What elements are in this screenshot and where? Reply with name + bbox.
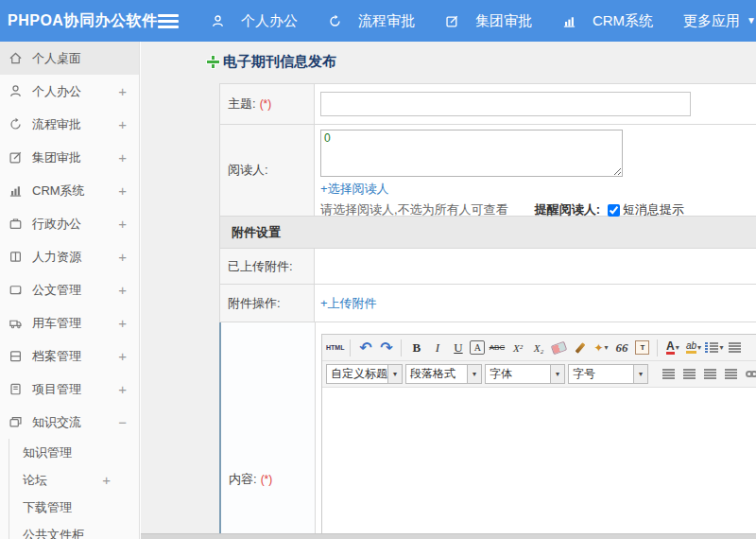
underline-button[interactable]: U — [449, 339, 467, 357]
sidebar-item-human-resources[interactable]: 人力资源 + — [0, 240, 139, 273]
redo-button[interactable]: ↷ — [377, 339, 395, 357]
font-size-select[interactable]: 字号▾ — [568, 364, 648, 384]
sidebar-item-archive-management[interactable]: 档案管理 + — [0, 339, 139, 373]
align-left-icon — [662, 369, 675, 379]
auto-typeset-button[interactable]: ✦▾ — [592, 339, 610, 357]
select-readers-link[interactable]: +选择阅读人 — [320, 182, 389, 196]
readers-textarea[interactable]: 0 — [320, 130, 623, 177]
sidebar-subitem-forum[interactable]: 论坛 + — [9, 466, 139, 494]
align-left-button[interactable] — [660, 365, 678, 384]
knowledge-exchange-submenu: 知识管理 论坛 + 下载管理 公共文件柜 — [9, 439, 139, 539]
caret-down-icon: ▾ — [604, 343, 608, 352]
subject-input[interactable] — [320, 92, 691, 116]
ordered-list-button[interactable]: ▾ — [705, 339, 723, 357]
expand-plus[interactable]: + — [118, 116, 139, 132]
strikethrough-button[interactable]: ABC — [488, 339, 506, 357]
sidebar-subitem-knowledge-management[interactable]: 知识管理 — [9, 439, 139, 466]
notebook-icon — [9, 382, 25, 396]
unordered-list-icon — [729, 342, 741, 353]
italic-button[interactable]: I — [428, 339, 446, 357]
expand-plus[interactable]: + — [118, 83, 139, 99]
align-center-button[interactable] — [680, 365, 698, 384]
link-icon — [746, 371, 756, 377]
required-mark: (*) — [261, 473, 273, 486]
sidebar-item-project-management[interactable]: 项目管理 + — [0, 373, 139, 406]
sidebar-subitem-public-file-cabinet[interactable]: 公共文件柜 — [9, 521, 139, 539]
highlight-color-button[interactable]: ab▾ — [684, 339, 702, 357]
sidebar-item-document-management[interactable]: 公文管理 + — [0, 273, 139, 306]
align-right-button[interactable] — [701, 365, 719, 384]
justify-button[interactable] — [722, 365, 740, 384]
home-icon — [9, 51, 25, 65]
eraser-icon — [551, 340, 568, 355]
sidebar-item-crm[interactable]: CRM系统 + — [0, 174, 139, 207]
insert-link-button[interactable] — [743, 365, 756, 384]
sms-notify-checkbox[interactable] — [608, 204, 620, 217]
expand-plus[interactable]: + — [102, 472, 139, 488]
horizontal-scrollbar[interactable] — [141, 533, 756, 539]
format-brush-button[interactable] — [571, 339, 589, 357]
paste-plain-button[interactable]: T — [633, 339, 651, 357]
expand-plus[interactable]: + — [118, 249, 139, 265]
collapse-minus[interactable]: − — [118, 414, 139, 430]
justify-icon — [725, 369, 737, 379]
sidebar-item-group-approval[interactable]: 集团审批 + — [0, 141, 139, 174]
expand-plus[interactable]: + — [118, 183, 139, 199]
font-style-button[interactable]: A — [470, 340, 485, 355]
expand-plus[interactable]: + — [118, 348, 139, 364]
editor-content-area[interactable] — [322, 388, 756, 539]
sidebar-subitem-download-management[interactable]: 下载管理 — [9, 494, 139, 521]
nav-item-workflow-approval[interactable]: 流程审批 — [328, 12, 415, 30]
content-row: 内容: (*) HTML ↶ ↷ B I U A — [219, 322, 756, 539]
chart-icon — [9, 183, 25, 198]
user-icon — [211, 14, 227, 28]
uploaded-attachments-label: 已上传附件: — [220, 249, 315, 284]
nav-item-crm[interactable]: CRM系统 — [562, 12, 653, 30]
html-source-button[interactable]: HTML — [326, 339, 344, 357]
sidebar-item-workflow-approval[interactable]: 流程审批 + — [0, 108, 139, 141]
editor-toolbar-row1: HTML ↶ ↷ B I U A ABC X² X₂ ✦ — [322, 335, 756, 361]
unordered-list-button[interactable] — [726, 339, 744, 357]
font-family-select[interactable]: 字体▾ — [485, 364, 565, 384]
app-title: PHPOA协同办公软件 — [0, 11, 158, 31]
paragraph-format-select[interactable]: 段落格式▾ — [405, 364, 482, 384]
sidebar-item-knowledge-exchange[interactable]: 知识交流 − — [0, 406, 139, 439]
page-title: 电子期刊信息发布 — [223, 53, 336, 71]
editor-toolbar-row2: 自定义标题▾ 段落格式▾ 字体▾ 字号▾ — [322, 361, 756, 388]
attachment-operation-row: 附件操作: +上传附件 — [219, 285, 756, 322]
font-color-button[interactable]: A▾ — [663, 339, 681, 357]
subscript-button[interactable]: X₂ — [529, 339, 547, 357]
expand-plus[interactable]: + — [118, 149, 139, 165]
hamburger-menu-icon[interactable] — [158, 14, 179, 28]
expand-plus[interactable]: + — [118, 216, 139, 232]
expand-plus[interactable]: + — [118, 381, 139, 397]
brush-icon — [576, 342, 586, 354]
sidebar-item-personal-office[interactable]: 个人办公 + — [0, 75, 139, 108]
sidebar-item-admin-office[interactable]: 行政办公 + — [0, 207, 139, 240]
sidebar-item-personal-desktop[interactable]: 个人桌面 — [0, 42, 139, 75]
expand-plus[interactable]: + — [118, 282, 139, 298]
truck-icon — [9, 316, 25, 330]
readers-label: 阅读人: — [220, 125, 315, 216]
uploaded-attachments-row: 已上传附件: — [219, 249, 756, 285]
required-mark: (*) — [260, 97, 272, 111]
history-icon — [9, 117, 25, 131]
expand-plus[interactable]: + — [118, 315, 139, 331]
history-icon — [328, 14, 344, 28]
superscript-button[interactable]: X² — [508, 339, 526, 357]
nav-label: CRM系统 — [593, 12, 653, 30]
blockquote-button[interactable]: 66 — [612, 339, 630, 357]
nav-item-personal-office[interactable]: 个人办公 — [211, 12, 298, 30]
heading-select[interactable]: 自定义标题▾ — [326, 364, 403, 384]
caret-down-icon: ▾ — [551, 364, 565, 384]
readers-row: 阅读人: 0 +选择阅读人 请选择阅读人,不选为所有人可查看 提醒阅读人: 短消… — [219, 125, 756, 217]
nav-item-more-apps[interactable]: 更多应用 ▼ — [683, 12, 756, 30]
bold-button[interactable]: B — [407, 339, 425, 357]
wand-icon: ✦ — [593, 341, 603, 355]
clipboard-icon: T — [635, 340, 649, 355]
remove-format-button[interactable] — [550, 339, 568, 357]
nav-item-group-approval[interactable]: 集团审批 — [445, 12, 532, 30]
undo-button[interactable]: ↶ — [356, 339, 374, 357]
sidebar-item-vehicle-management[interactable]: 用车管理 + — [0, 306, 139, 339]
upload-attachment-link[interactable]: +上传附件 — [320, 295, 377, 312]
